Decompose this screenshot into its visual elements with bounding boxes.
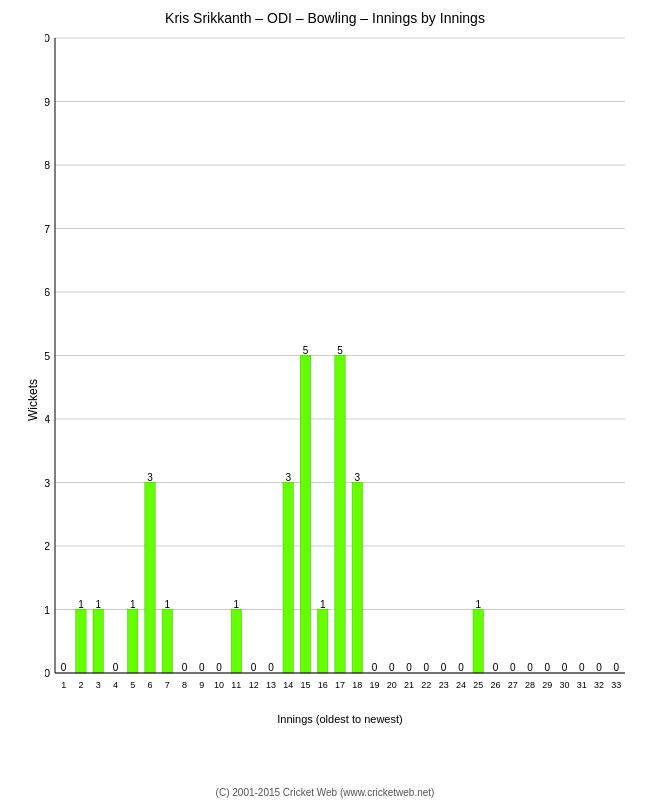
svg-text:28: 28 xyxy=(525,680,535,690)
svg-rect-35 xyxy=(145,483,155,674)
svg-text:9: 9 xyxy=(45,96,50,108)
svg-text:2: 2 xyxy=(45,540,50,552)
svg-text:1: 1 xyxy=(95,599,101,610)
svg-text:3: 3 xyxy=(285,472,291,483)
svg-rect-27 xyxy=(93,610,103,674)
svg-text:1: 1 xyxy=(164,599,170,610)
svg-text:0: 0 xyxy=(406,662,412,673)
svg-rect-47 xyxy=(231,610,241,674)
svg-text:0: 0 xyxy=(182,662,188,673)
svg-rect-24 xyxy=(76,610,86,674)
svg-rect-38 xyxy=(162,610,172,674)
svg-text:14: 14 xyxy=(283,680,293,690)
svg-text:0: 0 xyxy=(45,667,50,679)
svg-text:10: 10 xyxy=(45,32,50,44)
svg-text:18: 18 xyxy=(352,680,362,690)
svg-text:9: 9 xyxy=(199,680,204,690)
svg-text:20: 20 xyxy=(387,680,397,690)
svg-text:4: 4 xyxy=(45,413,50,425)
svg-text:29: 29 xyxy=(542,680,552,690)
svg-text:1: 1 xyxy=(78,599,84,610)
svg-text:0: 0 xyxy=(596,662,602,673)
svg-text:12: 12 xyxy=(249,680,259,690)
svg-text:3: 3 xyxy=(354,472,360,483)
svg-text:0: 0 xyxy=(372,662,378,673)
svg-text:0: 0 xyxy=(441,662,447,673)
svg-rect-63 xyxy=(335,356,345,674)
svg-text:5: 5 xyxy=(45,350,50,362)
svg-text:5: 5 xyxy=(303,345,309,356)
svg-text:8: 8 xyxy=(45,159,50,171)
svg-text:5: 5 xyxy=(337,345,343,356)
copyright-text: (C) 2001-2015 Cricket Web (www.cricketwe… xyxy=(216,787,435,798)
svg-text:0: 0 xyxy=(389,662,395,673)
svg-rect-60 xyxy=(318,610,328,674)
svg-text:3: 3 xyxy=(96,680,101,690)
svg-rect-54 xyxy=(283,483,293,674)
svg-text:13: 13 xyxy=(266,680,276,690)
svg-text:6: 6 xyxy=(147,680,152,690)
svg-rect-66 xyxy=(352,483,362,674)
svg-text:6: 6 xyxy=(45,286,50,298)
svg-text:0: 0 xyxy=(510,662,516,673)
svg-text:5: 5 xyxy=(130,680,135,690)
svg-text:11: 11 xyxy=(231,680,241,690)
svg-text:0: 0 xyxy=(527,662,533,673)
svg-text:23: 23 xyxy=(439,680,449,690)
svg-text:2: 2 xyxy=(78,680,83,690)
svg-text:22: 22 xyxy=(421,680,431,690)
svg-text:31: 31 xyxy=(577,680,587,690)
svg-text:Innings (oldest to newest): Innings (oldest to newest) xyxy=(277,713,402,725)
svg-text:0: 0 xyxy=(579,662,585,673)
svg-text:1: 1 xyxy=(61,680,66,690)
chart-svg: 0123456789100112130415361708090101110120… xyxy=(45,28,635,728)
svg-rect-57 xyxy=(300,356,310,674)
svg-text:0: 0 xyxy=(562,662,568,673)
chart-title: Kris Srikkanth – ODI – Bowling – Innings… xyxy=(0,0,650,31)
svg-text:1: 1 xyxy=(130,599,136,610)
svg-text:17: 17 xyxy=(335,680,345,690)
svg-text:16: 16 xyxy=(318,680,328,690)
svg-text:0: 0 xyxy=(544,662,550,673)
svg-text:8: 8 xyxy=(182,680,187,690)
svg-text:32: 32 xyxy=(594,680,604,690)
svg-text:7: 7 xyxy=(45,223,50,235)
svg-text:1: 1 xyxy=(320,599,326,610)
svg-text:0: 0 xyxy=(268,662,274,673)
svg-text:1: 1 xyxy=(475,599,481,610)
svg-text:7: 7 xyxy=(165,680,170,690)
svg-text:0: 0 xyxy=(113,662,119,673)
svg-text:4: 4 xyxy=(113,680,118,690)
svg-text:3: 3 xyxy=(147,472,153,483)
svg-rect-81 xyxy=(473,610,483,674)
svg-text:10: 10 xyxy=(214,680,224,690)
svg-text:19: 19 xyxy=(370,680,380,690)
svg-text:1: 1 xyxy=(45,604,50,616)
svg-text:0: 0 xyxy=(61,662,67,673)
svg-text:0: 0 xyxy=(493,662,499,673)
svg-text:0: 0 xyxy=(424,662,430,673)
svg-text:0: 0 xyxy=(251,662,257,673)
svg-text:24: 24 xyxy=(456,680,466,690)
svg-rect-32 xyxy=(128,610,138,674)
y-axis-label: Wickets xyxy=(26,379,40,421)
svg-text:1: 1 xyxy=(234,599,240,610)
svg-text:33: 33 xyxy=(611,680,621,690)
svg-text:0: 0 xyxy=(216,662,222,673)
svg-text:3: 3 xyxy=(45,477,50,489)
svg-text:26: 26 xyxy=(490,680,500,690)
svg-text:0: 0 xyxy=(458,662,464,673)
svg-text:30: 30 xyxy=(560,680,570,690)
svg-text:25: 25 xyxy=(473,680,483,690)
svg-text:0: 0 xyxy=(614,662,620,673)
svg-text:0: 0 xyxy=(199,662,205,673)
svg-text:27: 27 xyxy=(508,680,518,690)
svg-text:15: 15 xyxy=(300,680,310,690)
chart-container: Kris Srikkanth – ODI – Bowling – Innings… xyxy=(0,0,650,800)
svg-text:21: 21 xyxy=(404,680,414,690)
